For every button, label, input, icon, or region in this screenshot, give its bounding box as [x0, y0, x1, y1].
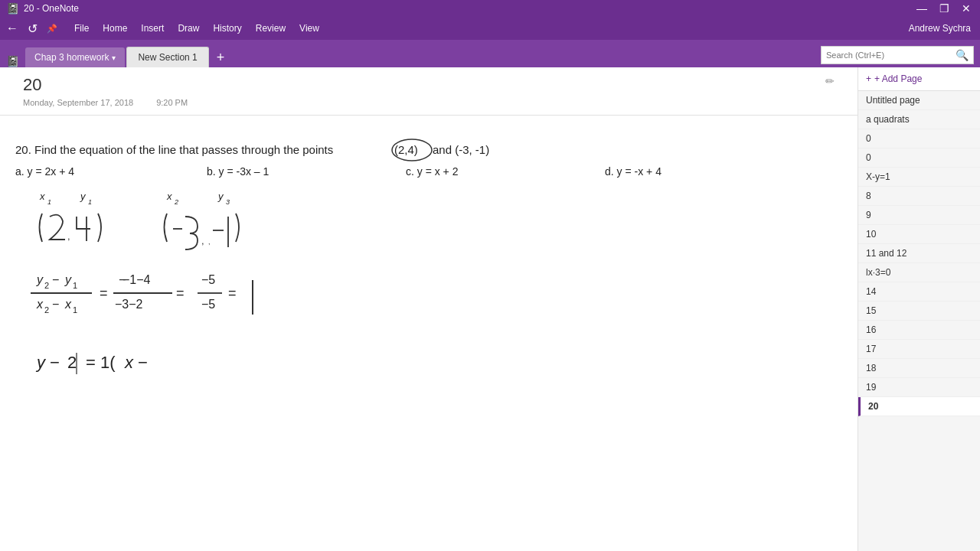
svg-text:b.  y = -3x – 1: b. y = -3x – 1 — [207, 165, 270, 178]
page-time: 9:20 PM — [156, 98, 188, 107]
menu-home[interactable]: Home — [96, 20, 133, 37]
page-item-p17[interactable]: 17 — [858, 340, 980, 359]
page-date: Monday, September 17, 2018 — [23, 98, 133, 107]
svg-text:−3−2: −3−2 — [115, 298, 143, 311]
menu-view[interactable]: View — [293, 20, 325, 37]
svg-text:,: , — [201, 235, 204, 246]
add-page-button[interactable]: + + Add Page — [858, 67, 980, 91]
svg-text:1: 1 — [88, 198, 92, 206]
svg-text:=: = — [228, 285, 237, 301]
page-item-p18[interactable]: 18 — [858, 359, 980, 378]
pages-list: Untitled pagea quadrats00X-y=1891011 and… — [858, 91, 980, 551]
svg-text:and (-3, -1): and (-3, -1) — [433, 143, 489, 156]
page-item-untitled[interactable]: Untitled page — [858, 91, 980, 110]
page-item-p0b[interactable]: 0 — [858, 148, 980, 168]
menu-insert[interactable]: Insert — [135, 20, 170, 37]
svg-text:2: 2 — [174, 198, 178, 206]
close-button[interactable]: ✕ — [959, 2, 974, 15]
svg-text:2: 2 — [44, 281, 49, 290]
page-number: 20 — [23, 75, 41, 95]
svg-text:2: 2 — [44, 305, 49, 315]
back-button[interactable]: ← — [3, 20, 21, 37]
svg-text:x: x — [36, 298, 44, 311]
window-title: 20 - OneNote — [24, 3, 79, 14]
svg-text:c.  y = x + 2: c. y = x + 2 — [406, 165, 459, 178]
svg-text:d.  y = -x + 4: d. y = -x + 4 — [605, 165, 662, 178]
svg-text:x: x — [124, 353, 134, 372]
search-input[interactable] — [826, 51, 956, 60]
svg-text:−: − — [138, 353, 148, 372]
menu-review[interactable]: Review — [250, 20, 292, 37]
app-icon: 📓 — [6, 2, 19, 15]
page-item-p20[interactable]: 20 — [858, 397, 980, 416]
svg-text:−5: −5 — [201, 273, 215, 286]
menu-draw[interactable]: Draw — [172, 20, 205, 37]
notebook-tab[interactable]: Chap 3 homework ▾ — [25, 47, 125, 67]
menu-bar: ← ↺ 📌 File Home Insert Draw History Revi… — [0, 17, 980, 40]
notebook-label: Chap 3 homework — [34, 52, 109, 63]
page-item-p19[interactable]: 19 — [858, 378, 980, 397]
edit-icon[interactable]: ✏ — [825, 75, 835, 87]
add-section-button[interactable]: + — [211, 47, 231, 67]
menu-history[interactable]: History — [207, 20, 247, 37]
svg-text:1: 1 — [73, 281, 77, 290]
page-item-p10[interactable]: 10 — [858, 225, 980, 244]
svg-text:a.  y = 2x + 4: a. y = 2x + 4 — [15, 165, 74, 178]
svg-text:−5: −5 — [201, 298, 215, 311]
svg-text:=: = — [176, 285, 185, 301]
restore-button[interactable]: ❐ — [936, 2, 952, 15]
svg-text:−: − — [50, 353, 60, 372]
svg-text:y: y — [35, 353, 47, 372]
svg-text:=: = — [100, 285, 108, 301]
svg-text:1: 1 — [47, 198, 51, 206]
svg-text:y: y — [36, 273, 44, 286]
tab-bar: 📓 Chap 3 homework ▾ New Section 1 + 🔍 — [0, 40, 980, 67]
user-info: Andrew Sychra — [909, 23, 977, 34]
notebook-dropdown-icon[interactable]: ▾ — [112, 54, 116, 62]
page-item-p11[interactable]: 11 and 12 — [858, 244, 980, 263]
section-label: New Section 1 — [138, 52, 197, 63]
search-icon[interactable]: 🔍 — [956, 49, 969, 61]
svg-text:−: − — [52, 298, 59, 311]
svg-text:y: y — [217, 191, 224, 202]
math-content: 20. Find the equation of the line that p… — [0, 123, 842, 551]
content-area: 20 ✏ Monday, September 17, 2018 9:20 PM … — [0, 67, 858, 551]
svg-text:,: , — [208, 238, 211, 246]
add-page-icon: + — [866, 73, 871, 84]
search-box[interactable]: 🔍 — [821, 46, 974, 64]
page-item-p15[interactable]: 15 — [858, 302, 980, 321]
page-item-p9[interactable]: 9 — [858, 206, 980, 225]
svg-text:x: x — [166, 191, 172, 202]
svg-text:x: x — [64, 298, 72, 311]
undo-redo-group: ← ↺ 📌 — [3, 20, 60, 37]
svg-text:,: , — [67, 230, 70, 242]
page-item-p14[interactable]: 14 — [858, 282, 980, 302]
menu-file[interactable]: File — [68, 20, 95, 37]
page-header: 20 ✏ — [0, 67, 858, 98]
undo-button[interactable]: ↺ — [24, 20, 41, 37]
note-canvas[interactable]: 20. Find the equation of the line that p… — [0, 116, 858, 551]
section-tab[interactable]: New Section 1 — [126, 47, 208, 67]
svg-text:y: y — [80, 191, 87, 202]
notebook-selector: 📓 — [6, 55, 22, 67]
page-date-row: Monday, September 17, 2018 9:20 PM — [0, 98, 858, 116]
page-item-p0[interactable]: 0 — [858, 129, 980, 148]
svg-text:3: 3 — [226, 198, 230, 206]
page-item-aquadrats[interactable]: a quadrats — [858, 110, 980, 129]
svg-text:2: 2 — [67, 353, 77, 372]
page-item-lx3[interactable]: lx·3=0 — [858, 263, 980, 282]
page-item-p16[interactable]: 16 — [858, 321, 980, 340]
svg-text:x: x — [39, 191, 45, 202]
minimize-button[interactable]: — — [913, 2, 930, 15]
notebook-icon: 📓 — [6, 55, 19, 67]
sidebar: + + Add Page Untitled pagea quadrats00X-… — [858, 67, 980, 551]
svg-text:y: y — [64, 273, 72, 286]
window-controls: — ❐ ✕ — [913, 2, 974, 15]
page-item-p8[interactable]: 8 — [858, 187, 980, 206]
title-bar: 📓 20 - OneNote — ❐ ✕ — [0, 0, 980, 17]
pin-button[interactable]: 📌 — [44, 22, 60, 35]
add-page-label: + Add Page — [874, 73, 922, 84]
page-item-xy1[interactable]: X-y=1 — [858, 168, 980, 187]
svg-text:1: 1 — [73, 305, 77, 315]
username: Andrew Sychra — [909, 23, 971, 34]
